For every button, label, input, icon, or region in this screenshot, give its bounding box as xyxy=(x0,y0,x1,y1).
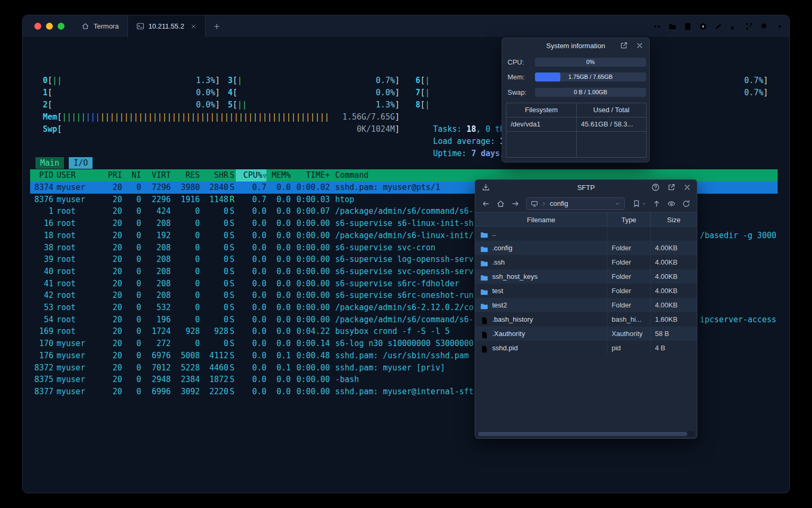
file-row[interactable]: ssh_host_keysFolder4.00KB xyxy=(475,269,697,284)
cell-pid: 8372 xyxy=(30,362,53,374)
cell-pid: 176 xyxy=(30,350,53,362)
cell-cpu: 0.0 xyxy=(236,230,266,242)
column-header-size[interactable]: Size xyxy=(651,213,697,226)
minimize-window-button[interactable] xyxy=(46,23,53,30)
cpu-meter-4: 4[0.0%] xyxy=(228,87,400,99)
cell-mem: 0.0 xyxy=(266,182,291,194)
cell-virt: 424 xyxy=(141,205,171,217)
cell-pri: 20 xyxy=(102,266,122,278)
cell-cpu: 0.7 xyxy=(236,182,266,194)
file-row[interactable]: .. xyxy=(475,226,697,241)
file-row[interactable]: sshd.pidpid4 B xyxy=(475,341,697,355)
cell-pri: 20 xyxy=(102,289,122,302)
cell-mem: 0.0 xyxy=(266,217,291,230)
column-header-user[interactable]: USER xyxy=(53,169,102,182)
close-icon[interactable] xyxy=(683,183,691,192)
cell-pri: 20 xyxy=(102,278,122,290)
cell-shr: 0 xyxy=(200,338,228,350)
cell-time: 0:00.00 xyxy=(291,374,330,386)
cell-res: 2384 xyxy=(171,374,200,386)
close-tab-icon[interactable] xyxy=(190,23,197,30)
home-icon[interactable] xyxy=(496,199,505,208)
cell-user: root xyxy=(53,266,102,278)
parent-directory-icon[interactable] xyxy=(652,199,661,208)
file-row[interactable]: .bash_historybash_hi...1.60KB xyxy=(475,312,697,326)
cell-virt: 196 xyxy=(141,314,171,326)
close-icon[interactable] xyxy=(635,41,644,50)
bookmark-menu[interactable] xyxy=(632,199,646,208)
file-row[interactable]: testFolder4.00KB xyxy=(475,284,697,298)
swap-usage-bar: 0 B / 1.00GB xyxy=(535,88,646,97)
horizontal-scrollbar[interactable] xyxy=(477,431,695,437)
cell-shr: 928 xyxy=(200,325,228,338)
help-icon[interactable] xyxy=(651,183,660,192)
cell-ni: 0 xyxy=(122,230,141,242)
column-header-mem[interactable]: MEM% xyxy=(266,169,291,182)
file-row[interactable]: .configFolder4.00KB xyxy=(475,241,697,255)
screen-tab-main[interactable]: Main xyxy=(35,157,64,169)
scrollbar-thumb[interactable] xyxy=(478,432,687,436)
code-icon[interactable] xyxy=(653,22,661,31)
back-icon[interactable] xyxy=(482,199,490,208)
column-header-virt[interactable]: VIRT xyxy=(141,169,171,182)
record-icon[interactable] xyxy=(699,22,707,31)
cell-cpu: 0.0 xyxy=(236,266,266,278)
chevron-down-icon[interactable] xyxy=(615,201,620,206)
open-in-window-icon[interactable] xyxy=(667,183,676,192)
cell-virt: 208 xyxy=(141,253,171,266)
cell-pid: 170 xyxy=(30,338,53,350)
file-size: 58 B xyxy=(651,326,697,341)
cell-res: 3092 xyxy=(171,386,200,398)
cell-s: S xyxy=(228,386,236,398)
column-header-filename[interactable]: Filename xyxy=(475,213,607,226)
file-row[interactable]: test2Folder4.00KB xyxy=(475,298,697,312)
column-header-shr[interactable]: SHR xyxy=(200,169,228,182)
column-header-pid[interactable]: PID xyxy=(30,169,53,182)
column-header-cpu[interactable]: CPU%▽ xyxy=(236,169,266,182)
cell-mem: 0.0 xyxy=(266,266,291,278)
cell-time: 0:00.00 xyxy=(291,278,330,290)
column-header-ni[interactable]: NI xyxy=(122,169,141,182)
system-info-header[interactable]: System information xyxy=(502,38,649,53)
file-row[interactable]: .sshFolder4.00KB xyxy=(475,255,697,269)
key-icon[interactable] xyxy=(730,22,738,31)
column-header-pri[interactable]: PRI xyxy=(102,169,122,182)
file-name: .Xauthority xyxy=(492,326,525,341)
chevron-down-icon[interactable] xyxy=(642,202,646,206)
cell-pri: 20 xyxy=(102,374,122,386)
open-in-window-icon[interactable] xyxy=(620,41,628,50)
filesystem-table-empty-area xyxy=(506,132,646,157)
cell-virt: 6996 xyxy=(141,386,171,398)
column-header-time[interactable]: TIME+ xyxy=(291,169,330,182)
refresh-icon[interactable] xyxy=(682,199,690,208)
log-icon[interactable] xyxy=(684,22,692,31)
path-bar[interactable]: config xyxy=(526,197,625,210)
forward-icon[interactable] xyxy=(511,199,520,208)
cell-time: 0:00.00 xyxy=(291,362,330,374)
new-tab-icon[interactable] xyxy=(213,23,220,30)
git-branch-icon[interactable] xyxy=(745,22,753,31)
screen-tab-i-o[interactable]: I/O xyxy=(69,157,93,169)
show-hidden-icon[interactable] xyxy=(667,199,676,208)
tab-session[interactable]: 10.211.55.2 xyxy=(127,15,206,38)
column-header-res[interactable]: RES xyxy=(171,169,200,182)
settings-icon[interactable] xyxy=(776,22,784,31)
cell-mem: 0.0 xyxy=(266,302,291,314)
cell-res: 928 xyxy=(171,325,200,338)
file-row[interactable]: .XauthorityXauthority58 B xyxy=(475,326,697,341)
pen-icon[interactable] xyxy=(714,22,723,31)
file-type: Folder xyxy=(607,269,651,284)
close-window-button[interactable] xyxy=(34,23,41,30)
column-header-type[interactable]: Type xyxy=(607,213,651,226)
folder-icon[interactable] xyxy=(668,22,677,31)
bookmark-icon[interactable] xyxy=(632,199,641,208)
cell-time: 0:00.00 xyxy=(291,230,330,242)
sftp-header[interactable]: SFTP xyxy=(475,180,697,195)
tab-termora[interactable]: Termora xyxy=(73,15,127,38)
column-header-s[interactable]: S xyxy=(228,169,236,182)
search-icon[interactable] xyxy=(760,22,769,31)
sftp-panel: SFTP config Filen xyxy=(475,179,697,439)
maximize-window-button[interactable] xyxy=(58,23,64,30)
file-size xyxy=(651,226,697,241)
fs-column-header: Filesystem xyxy=(506,103,577,117)
